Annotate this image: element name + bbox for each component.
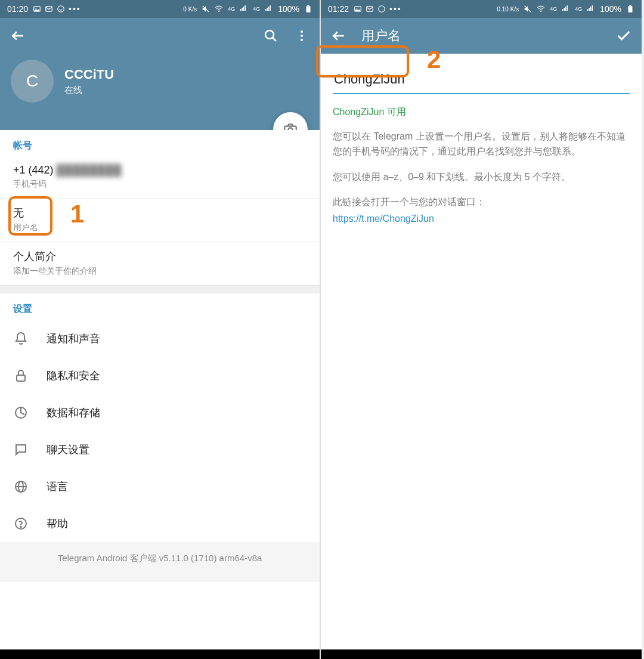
net-4g-1: 4G xyxy=(228,6,235,12)
svg-rect-43 xyxy=(592,5,593,11)
status-time: 01:22 xyxy=(328,4,349,14)
description-1: 您可以在 Telegram 上设置一个用户名。设置后，别人将能够在不知道您的手机… xyxy=(333,129,630,159)
settings-header: 设置 xyxy=(0,293,320,320)
battery-icon xyxy=(304,5,312,13)
account-section: 帐号 +1 (442) ████████ 手机号码 无 用户名 1 个人简介 添… xyxy=(0,130,320,285)
svg-point-35 xyxy=(541,11,541,12)
language-row[interactable]: 语言 xyxy=(0,468,320,505)
privacy-label: 隐私和安全 xyxy=(47,369,100,383)
phone-label: 手机号码 xyxy=(13,179,306,190)
back-button[interactable] xyxy=(330,27,347,44)
data-label: 数据和存储 xyxy=(47,406,100,420)
profile-name: CCCiTU xyxy=(64,67,114,82)
description-3: 此链接会打开一个与您的对话窗口： xyxy=(333,195,630,210)
avatar[interactable]: C xyxy=(11,60,54,103)
signal-icon-2 xyxy=(265,5,273,13)
annotation-number-1: 1 xyxy=(70,200,84,228)
more-icon: ••• xyxy=(389,4,402,14)
net-4g-2: 4G xyxy=(575,6,582,12)
svg-point-31 xyxy=(356,8,357,9)
annotation-number-2: 2 xyxy=(427,45,441,74)
svg-rect-9 xyxy=(245,5,246,11)
menu-button[interactable] xyxy=(293,27,310,44)
net-4g-2: 4G xyxy=(253,6,260,12)
username-value: 无 xyxy=(13,206,306,220)
svg-rect-8 xyxy=(243,7,244,11)
svg-line-17 xyxy=(273,38,276,41)
chat-settings-icon xyxy=(13,442,29,457)
svg-point-33 xyxy=(379,6,385,13)
battery-pct: 100% xyxy=(600,4,621,14)
svg-rect-15 xyxy=(307,5,309,7)
avatar-letter: C xyxy=(26,72,38,91)
help-label: 帮助 xyxy=(47,516,68,531)
status-time: 01:20 xyxy=(7,4,28,14)
navbar xyxy=(0,649,320,659)
toolbar xyxy=(0,18,320,54)
mail-icon xyxy=(45,5,53,13)
back-button[interactable] xyxy=(10,27,26,44)
chat-icon xyxy=(377,5,386,13)
svg-rect-45 xyxy=(629,5,631,7)
image-icon xyxy=(354,5,362,13)
bell-icon xyxy=(13,331,29,346)
phone-row[interactable]: +1 (442) ████████ 手机号码 xyxy=(0,157,320,199)
svg-rect-38 xyxy=(565,7,566,11)
mute-icon xyxy=(202,5,210,13)
data-row[interactable]: 数据和存储 xyxy=(0,394,320,431)
username-row[interactable]: 无 用户名 1 xyxy=(0,199,320,242)
notifications-row[interactable]: 通知和声音 xyxy=(0,320,320,357)
mail-icon xyxy=(366,5,374,13)
statusbar: 01:20 ••• 0 K/s 4G xyxy=(0,0,320,18)
data-icon xyxy=(13,405,29,420)
svg-rect-13 xyxy=(270,5,271,11)
svg-rect-41 xyxy=(589,8,590,11)
image-icon xyxy=(33,5,41,13)
annotation-box-2 xyxy=(316,45,409,78)
svg-rect-44 xyxy=(628,6,633,12)
svg-rect-42 xyxy=(590,7,592,11)
chat-label: 聊天设置 xyxy=(47,443,89,457)
net-speed: 0.10 K/s xyxy=(497,6,519,13)
bio-value: 个人简介 xyxy=(13,249,306,264)
mute-icon xyxy=(524,5,532,13)
net-4g-1: 4G xyxy=(550,6,557,12)
help-row[interactable]: 帮助 xyxy=(0,505,320,542)
net-speed: 0 K/s xyxy=(183,6,197,13)
username-label: 用户名 xyxy=(13,222,306,233)
globe-icon xyxy=(13,479,29,494)
version-footer: Telegram Android 客户端 v5.11.0 (1710) arm6… xyxy=(0,542,320,582)
svg-rect-6 xyxy=(240,9,242,11)
svg-rect-14 xyxy=(306,6,311,12)
battery-icon xyxy=(626,5,634,13)
phone-value: +1 (442) ████████ xyxy=(13,164,306,177)
account-header: 帐号 xyxy=(0,130,320,157)
signal-icon-2 xyxy=(587,5,595,13)
signal-icon-1 xyxy=(240,5,248,13)
svg-rect-36 xyxy=(562,9,564,11)
svg-rect-12 xyxy=(268,7,270,11)
svg-point-18 xyxy=(301,30,303,33)
availability-text: ChongZiJun 可用 xyxy=(333,106,630,119)
svg-point-16 xyxy=(265,30,274,39)
language-label: 语言 xyxy=(47,479,68,494)
battery-pct: 100% xyxy=(278,4,299,14)
signal-icon-1 xyxy=(562,5,570,13)
search-button[interactable] xyxy=(262,27,279,44)
wifi-icon xyxy=(537,5,545,13)
bio-label: 添加一些关于你的介绍 xyxy=(13,266,306,277)
chat-row[interactable]: 聊天设置 xyxy=(0,431,320,468)
bio-row[interactable]: 个人简介 添加一些关于你的介绍 xyxy=(0,242,320,285)
help-icon xyxy=(13,516,29,531)
privacy-row[interactable]: 隐私和安全 xyxy=(0,357,320,394)
svg-point-3 xyxy=(58,6,64,13)
svg-rect-11 xyxy=(267,8,268,11)
right-screen: 01:22 ••• 0.10 K/s 4G 4G 100% 用户名 xyxy=(321,0,642,659)
svg-rect-39 xyxy=(567,5,568,11)
confirm-button[interactable] xyxy=(615,27,632,44)
wifi-icon xyxy=(215,5,223,13)
profile-link[interactable]: https://t.me/ChongZiJun xyxy=(333,214,630,224)
chat-icon xyxy=(57,5,65,13)
left-screen: 01:20 ••• 0 K/s 4G xyxy=(0,0,321,659)
profile-status: 在线 xyxy=(64,85,114,96)
